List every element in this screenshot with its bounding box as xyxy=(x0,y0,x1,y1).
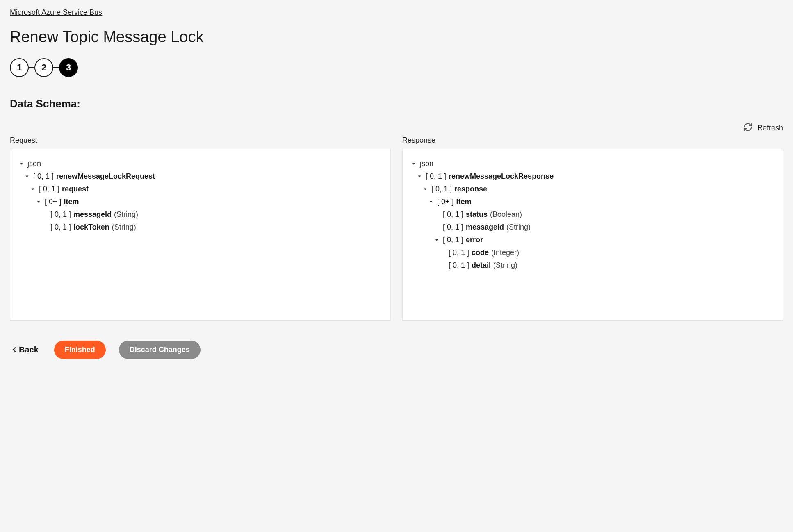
stepper: 1 2 3 xyxy=(10,58,783,77)
cardinality-label: [ 0, 1 ] xyxy=(443,236,463,244)
chevron-down-icon[interactable] xyxy=(29,186,36,192)
tree-node[interactable]: [ 0, 1 ] request xyxy=(18,183,383,196)
cardinality-label: [ 0, 1 ] xyxy=(39,185,59,193)
cardinality-label: [ 0, 1 ] xyxy=(50,210,71,219)
tree-node[interactable]: [ 0, 1 ] renewMessageLockResponse xyxy=(410,170,775,183)
node-name: json xyxy=(420,159,433,168)
response-panel: json[ 0, 1 ] renewMessageLockResponse[ 0… xyxy=(402,149,783,321)
node-name: item xyxy=(64,198,79,206)
node-name: renewMessageLockRequest xyxy=(56,172,155,181)
section-title: Data Schema: xyxy=(10,98,783,110)
node-type: (String) xyxy=(114,210,138,219)
tree-node[interactable]: [ 0, 1 ] renewMessageLockRequest xyxy=(18,170,383,183)
node-name: lockToken xyxy=(73,223,109,232)
chevron-down-icon[interactable] xyxy=(433,237,440,243)
page-title: Renew Topic Message Lock xyxy=(10,28,783,46)
chevron-down-icon[interactable] xyxy=(18,161,25,167)
cardinality-label: [ 0+ ] xyxy=(45,198,62,206)
chevron-down-icon[interactable] xyxy=(416,174,423,180)
cardinality-label: [ 0, 1 ] xyxy=(443,223,463,232)
node-type: (String) xyxy=(112,223,136,232)
node-name: detail xyxy=(472,261,491,270)
cardinality-label: [ 0, 1 ] xyxy=(50,223,71,232)
step-2[interactable]: 2 xyxy=(34,58,53,77)
back-label: Back xyxy=(19,345,39,355)
node-name: item xyxy=(456,198,472,206)
tree-node[interactable]: [ 0, 1 ] response xyxy=(410,183,775,196)
tree-node[interactable]: json xyxy=(410,157,775,170)
request-panel-label: Request xyxy=(10,136,391,145)
step-1[interactable]: 1 xyxy=(10,58,29,77)
cardinality-label: [ 0, 1 ] xyxy=(426,172,446,181)
tree-node: [ 0, 1 ] status (Boolean) xyxy=(410,208,775,221)
chevron-down-icon[interactable] xyxy=(422,186,429,192)
chevron-down-icon[interactable] xyxy=(410,161,417,167)
node-name: messageId xyxy=(466,223,504,232)
node-type: (String) xyxy=(506,223,531,232)
chevron-left-icon xyxy=(12,345,16,355)
discard-changes-button[interactable]: Discard Changes xyxy=(119,341,201,359)
cardinality-label: [ 0, 1 ] xyxy=(431,185,452,193)
tree-node[interactable]: [ 0+ ] item xyxy=(410,196,775,208)
node-name: error xyxy=(466,236,483,244)
chevron-down-icon[interactable] xyxy=(23,174,31,180)
refresh-button[interactable]: Refresh xyxy=(10,123,783,134)
node-name: renewMessageLockResponse xyxy=(449,172,554,181)
back-button[interactable]: Back xyxy=(10,345,41,355)
step-connector xyxy=(53,67,59,68)
tree-node[interactable]: [ 0+ ] item xyxy=(18,196,383,208)
cardinality-label: [ 0+ ] xyxy=(437,198,454,206)
breadcrumb-link[interactable]: Microsoft Azure Service Bus xyxy=(10,8,102,16)
chevron-down-icon[interactable] xyxy=(35,199,42,205)
node-name: status xyxy=(466,210,488,219)
step-3[interactable]: 3 xyxy=(59,58,78,77)
request-panel: json[ 0, 1 ] renewMessageLockRequest[ 0,… xyxy=(10,149,391,321)
node-name: messageId xyxy=(73,210,112,219)
node-type: (Integer) xyxy=(491,248,519,257)
node-name: code xyxy=(472,248,489,257)
cardinality-label: [ 0, 1 ] xyxy=(449,248,469,257)
tree-node[interactable]: json xyxy=(18,157,383,170)
step-connector xyxy=(29,67,34,68)
finished-button[interactable]: Finished xyxy=(54,341,106,359)
tree-node: [ 0, 1 ] messageId (String) xyxy=(18,208,383,221)
node-name: request xyxy=(62,185,89,193)
tree-node: [ 0, 1 ] lockToken (String) xyxy=(18,221,383,234)
refresh-icon xyxy=(743,123,752,134)
cardinality-label: [ 0, 1 ] xyxy=(443,210,463,219)
node-name: json xyxy=(27,159,41,168)
node-type: (Boolean) xyxy=(490,210,522,219)
refresh-label: Refresh xyxy=(757,124,783,132)
node-type: (String) xyxy=(493,261,517,270)
node-name: response xyxy=(454,185,487,193)
chevron-down-icon[interactable] xyxy=(427,199,435,205)
tree-node: [ 0, 1 ] detail (String) xyxy=(410,259,775,272)
tree-node: [ 0, 1 ] messageId (String) xyxy=(410,221,775,234)
tree-node: [ 0, 1 ] code (Integer) xyxy=(410,246,775,259)
tree-node[interactable]: [ 0, 1 ] error xyxy=(410,234,775,246)
cardinality-label: [ 0, 1 ] xyxy=(33,172,54,181)
response-panel-label: Response xyxy=(402,136,783,145)
cardinality-label: [ 0, 1 ] xyxy=(449,261,469,270)
